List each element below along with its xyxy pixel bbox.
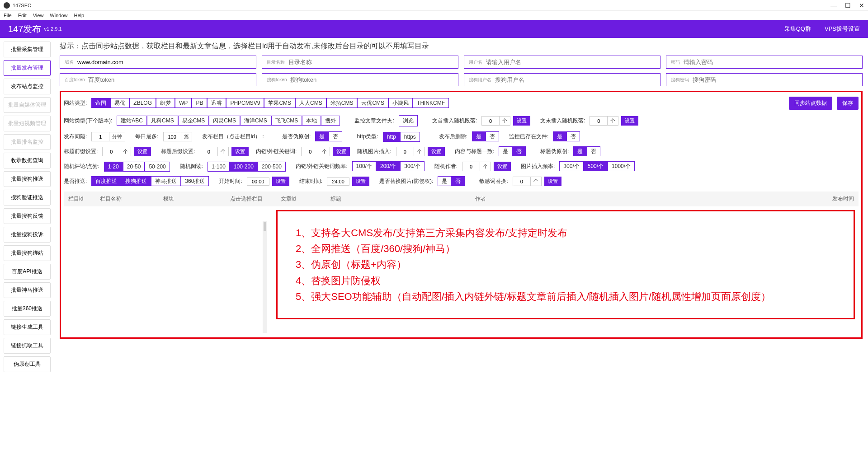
option-100-200[interactable]: 100-200 xyxy=(230,162,258,172)
option-是[interactable]: 是 xyxy=(573,146,587,156)
option-帝国[interactable]: 帝国 xyxy=(91,98,110,108)
sidebar-item-4[interactable]: 批量短视频管理 xyxy=(4,116,51,131)
option-凡科CMS[interactable]: 凡科CMS xyxy=(147,116,178,126)
sidebar-item-12[interactable]: 百度API推送 xyxy=(4,264,51,280)
sidebar-item-14[interactable]: 批量360推送 xyxy=(4,301,51,317)
option-迅睿[interactable]: 迅睿 xyxy=(207,98,226,108)
option-是[interactable]: 是 xyxy=(315,131,329,141)
title-suffix-set[interactable]: 设置 xyxy=(231,147,249,156)
text-input[interactable] xyxy=(77,59,251,65)
start-time-set[interactable]: 设置 xyxy=(272,177,289,186)
maximize-icon[interactable]: ☐ xyxy=(845,2,851,9)
option-搜外[interactable]: 搜外 xyxy=(321,116,340,126)
text-input[interactable] xyxy=(88,76,251,83)
end-time-set[interactable]: 设置 xyxy=(352,177,369,186)
sensitive-input[interactable] xyxy=(513,177,531,186)
sidebar-item-1[interactable]: 批量发布管理 xyxy=(4,60,51,76)
option-否[interactable]: 否 xyxy=(451,176,465,186)
option-200-500[interactable]: 200-500 xyxy=(258,162,286,172)
menu-edit[interactable]: Edit xyxy=(18,13,27,18)
sidebar-item-15[interactable]: 链接生成工具 xyxy=(4,319,51,335)
link-qq-group[interactable]: 采集QQ群 xyxy=(784,25,811,33)
option-否[interactable]: 否 xyxy=(512,146,526,156)
menu-view[interactable]: View xyxy=(33,13,44,18)
link-vps-dial[interactable]: VPS拨号设置 xyxy=(825,25,860,33)
sidebar-item-13[interactable]: 批量神马推送 xyxy=(4,282,51,298)
option-否[interactable]: 否 xyxy=(486,131,499,141)
option-1000/个[interactable]: 1000/个 xyxy=(608,161,635,171)
option-是[interactable]: 是 xyxy=(438,176,451,186)
daily-max-input[interactable] xyxy=(163,132,181,141)
option-ZBLOG[interactable]: ZBLOG xyxy=(129,98,156,108)
option-本地[interactable]: 本地 xyxy=(302,116,321,126)
sidebar-item-7[interactable]: 批量搜狗推送 xyxy=(4,171,51,187)
option-云优CMS[interactable]: 云优CMS xyxy=(357,98,388,108)
insert-after-set[interactable]: 设置 xyxy=(621,116,638,126)
sidebar-item-0[interactable]: 批量采集管理 xyxy=(4,42,51,57)
close-icon[interactable]: ✕ xyxy=(859,2,864,9)
end-time-input[interactable] xyxy=(327,177,349,186)
sidebar-item-17[interactable]: 伪原创工具 xyxy=(4,356,51,372)
sidebar-item-8[interactable]: 搜狗验证推送 xyxy=(4,190,51,205)
option-是[interactable]: 是 xyxy=(553,131,566,141)
option-人人CMS[interactable]: 人人CMS xyxy=(295,98,326,108)
option-500/个[interactable]: 500/个 xyxy=(584,161,608,171)
option-否[interactable]: 否 xyxy=(587,146,600,156)
minimize-icon[interactable]: — xyxy=(830,2,837,9)
sync-button[interactable]: 同步站点数据 xyxy=(789,97,832,110)
option-300/个[interactable]: 300/个 xyxy=(559,161,583,171)
text-input[interactable] xyxy=(495,76,656,83)
option-是[interactable]: 是 xyxy=(499,146,512,156)
save-button[interactable]: 保存 xyxy=(837,97,859,110)
option-300/个[interactable]: 300/个 xyxy=(400,161,424,171)
sidebar-item-16[interactable]: 链接抓取工具 xyxy=(4,338,51,354)
option-闪灵CMS[interactable]: 闪灵CMS xyxy=(209,116,240,126)
sidebar-item-2[interactable]: 发布站点监控 xyxy=(4,79,51,94)
option-海洋CMS[interactable]: 海洋CMS xyxy=(240,116,271,126)
option-50-200[interactable]: 50-200 xyxy=(145,162,170,172)
option-织梦[interactable]: 织梦 xyxy=(156,98,175,108)
sidebar-item-11[interactable]: 批量搜狗绑站 xyxy=(4,245,51,261)
sidebar-item-10[interactable]: 批量搜狗投诉 xyxy=(4,227,51,243)
option-WP[interactable]: WP xyxy=(175,98,192,108)
browse-button[interactable]: 浏览 xyxy=(399,115,418,126)
menu-help[interactable]: Help xyxy=(74,13,84,18)
text-input[interactable] xyxy=(288,59,453,65)
text-input[interactable] xyxy=(290,76,453,83)
title-prefix-input[interactable] xyxy=(102,147,120,156)
option-百度推送[interactable]: 百度推送 xyxy=(91,176,121,186)
link-keywords-set[interactable]: 设置 xyxy=(333,147,350,156)
sidebar-item-6[interactable]: 收录数据查询 xyxy=(4,153,51,168)
random-author-input[interactable] xyxy=(462,162,480,171)
option-360推送[interactable]: 360推送 xyxy=(181,176,209,186)
option-20-50[interactable]: 20-50 xyxy=(123,162,145,172)
title-suffix-input[interactable] xyxy=(200,147,218,156)
option-易优[interactable]: 易优 xyxy=(110,98,129,108)
interval-input[interactable] xyxy=(91,132,109,141)
option-搜狗推送[interactable]: 搜狗推送 xyxy=(121,176,151,186)
random-img-input[interactable] xyxy=(396,147,414,156)
sidebar-item-5[interactable]: 批量排名监控 xyxy=(4,134,51,150)
insert-before-set[interactable]: 设置 xyxy=(513,116,530,126)
insert-after-input[interactable] xyxy=(590,116,608,126)
text-input[interactable] xyxy=(684,59,858,65)
link-keywords-input[interactable] xyxy=(301,147,319,156)
option-PB[interactable]: PB xyxy=(192,98,207,108)
option-建站ABC[interactable]: 建站ABC xyxy=(117,116,147,126)
option-1-100[interactable]: 1-100 xyxy=(208,162,230,172)
random-author-set[interactable]: 设置 xyxy=(494,162,511,171)
start-time-input[interactable] xyxy=(247,177,269,186)
option-https[interactable]: https xyxy=(400,132,420,142)
title-prefix-set[interactable]: 设置 xyxy=(134,147,151,156)
option-http[interactable]: http xyxy=(383,132,400,142)
option-小旋风[interactable]: 小旋风 xyxy=(388,98,413,108)
option-苹果CMS[interactable]: 苹果CMS xyxy=(264,98,295,108)
option-神马推送[interactable]: 神马推送 xyxy=(151,176,181,186)
option-1-20[interactable]: 1-20 xyxy=(104,162,123,172)
option-THINKCMF[interactable]: THINKCMF xyxy=(413,98,449,108)
option-200/个[interactable]: 200/个 xyxy=(376,161,400,171)
option-否[interactable]: 否 xyxy=(329,131,342,141)
menu-window[interactable]: Window xyxy=(50,13,67,18)
sensitive-set[interactable]: 设置 xyxy=(544,177,561,186)
option-否[interactable]: 否 xyxy=(566,131,580,141)
